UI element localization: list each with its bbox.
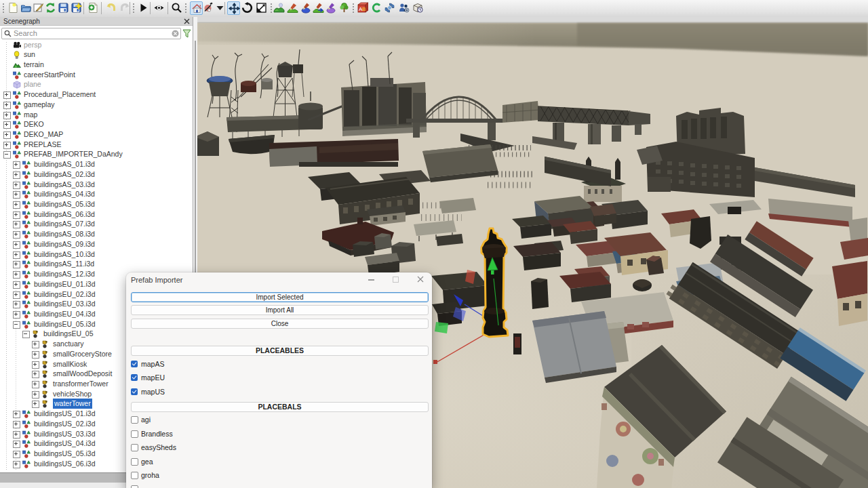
svg-text:B: B [362,6,366,12]
